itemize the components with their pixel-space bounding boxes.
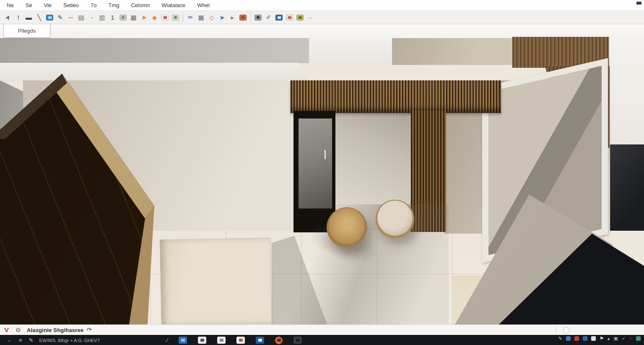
pencil-icon[interactable]: ✎ [55,12,65,23]
viewport-3d-canvas[interactable] [0,24,644,324]
small-dash-icon[interactable]: - [86,12,97,23]
taskbar-window-title[interactable]: EW/WS. Bthgr + A G. GHEV7 [39,338,100,343]
document-app-icon[interactable] [217,337,226,344]
white-diamond-icon[interactable]: ◇ [206,12,217,23]
scene-right-white-wall [609,37,644,162]
menu-item-5[interactable]: 7o [91,2,96,8]
curved-arrow-icon: ↷ [86,325,93,334]
statusbar-separator [556,326,556,334]
measurements-circle-icon [563,327,570,334]
push-pull-icon[interactable]: 1 [107,12,118,23]
tray-box-icon[interactable]: ▣ [613,336,618,341]
dark-app-icon[interactable] [293,337,302,344]
scene-doorway-glass-pane [299,118,332,209]
orange-diamond-icon[interactable]: ◆ [149,12,160,23]
diagonal-line-icon[interactable]: ╲ [34,12,44,23]
blue-material-box-icon[interactable] [44,12,55,23]
scene-tab[interactable]: Pilegds [3,24,50,38]
menu-item-8[interactable]: Wiataiace [161,2,185,8]
tray-blue2-icon[interactable] [583,336,587,341]
scene-wicker-stool-right-top [377,201,413,236]
toolbar-separator [183,13,183,22]
scene-cream-platform [160,238,271,324]
status-bar: V ⊖ Alasginie Shgihasree ↷ [0,324,644,335]
notepad-app-icon[interactable] [198,337,206,344]
scene-tan-marble-band [392,38,514,65]
slash-glyph-icon[interactable]: ∕ [167,337,168,343]
edit-panel-icon[interactable]: ▦ [128,12,139,23]
menu-bar: NeSeVieSetieo7oTmgCelomnWiataiaceWhel [0,0,644,11]
tape-roll-icon[interactable] [170,12,181,23]
blue-app-icon[interactable] [179,337,187,344]
menu-item-9[interactable]: Whel [197,2,210,8]
camera-box-icon[interactable] [253,12,263,23]
help-circle-icon[interactable]: ⊖ [16,326,21,334]
chevron-one-icon[interactable]: ▸ [227,12,238,23]
windows-taskbar: ←≡✎ EW/WS. Bthgr + A G. GHEV7 ∕ ✎⚑▴▣✓∴ [0,335,644,345]
tray-corner-icon[interactable] [636,336,641,341]
pencil-small-icon[interactable]: ✎ [29,337,34,343]
menu-item-3[interactable]: Vie [44,2,52,8]
map-book-icon[interactable] [295,12,305,23]
brush-tools-icon[interactable] [284,12,295,23]
menu-lines-icon[interactable]: ≡ [19,337,22,343]
scene-grey-marble-band [0,38,309,63]
menu-item-1[interactable]: Ne [7,2,14,8]
window-control-fragment[interactable] [636,2,641,5]
measurements-input[interactable] [563,327,626,333]
toolbar: ➤!▬╲✎─▤-▥1▦➤◆✏▦◇➤▸✐– [0,11,644,24]
application-window: NeSeVieSetieo7oTmgCelomnWiataiaceWhel ➤!… [0,0,644,345]
photo-frame-icon[interactable] [160,12,170,23]
notes-panel-icon[interactable]: ▤ [76,12,86,23]
menu-item-6[interactable]: Tmg [108,2,119,8]
overflow-dash-icon[interactable]: – [305,12,316,23]
grid-panel-icon[interactable]: ▦ [196,12,206,23]
tray-dots-icon[interactable]: ∴ [629,336,632,341]
orbit-badge-icon[interactable] [238,12,248,23]
toolbar-separator [250,13,251,22]
blue-square-app-icon[interactable] [256,337,264,344]
back-arrow-icon[interactable]: ← [7,337,12,343]
minus-icon[interactable]: ─ [65,12,76,23]
tray-pencil-icon[interactable]: ✎ [558,336,562,341]
scene-dark-window-band [610,144,644,237]
menu-item-4[interactable]: Setieo [63,2,79,8]
tray-check-icon[interactable]: ✓ [622,336,626,341]
scene-top-wall-edge [0,24,644,38]
scene-wood-slat-canopy [291,80,501,113]
ruler-pencil-icon[interactable]: ✐ [263,12,274,23]
exclamation-icon[interactable]: ! [13,12,23,23]
tray-blue-icon[interactable] [566,336,571,341]
logo-v-icon: V [4,326,9,334]
orange-browser-icon[interactable] [275,337,283,344]
menu-item-7[interactable]: Celomn [131,2,150,8]
scene-wicker-stool-left-top [329,208,365,244]
thick-line-icon[interactable]: ▬ [23,12,34,23]
tray-flag-icon[interactable]: ⚑ [600,336,604,341]
blue-pages-icon[interactable] [274,12,284,23]
tray-red-icon[interactable] [574,336,579,341]
pen-paper-icon[interactable]: ✏ [185,12,196,23]
hand-tool-icon[interactable] [118,12,128,23]
scene-marble-ledge [0,63,310,81]
scene-door-handle [325,150,326,159]
blue-pointer-icon[interactable]: ➤ [217,12,227,23]
select-cursor-icon[interactable]: ➤ [3,12,13,23]
menu-item-2[interactable]: Se [26,2,32,8]
scene-white-wall-sliver [309,37,392,65]
photo-app-icon[interactable] [236,337,245,344]
tray-white-bar-icon[interactable] [591,336,596,341]
layers-panel-icon[interactable]: ▥ [97,12,107,23]
orange-arrow-icon[interactable]: ➤ [139,12,149,23]
tray-up-arrow-icon[interactable]: ▴ [608,336,610,341]
status-hint-text: Alasginie Shgihasree [27,327,84,333]
